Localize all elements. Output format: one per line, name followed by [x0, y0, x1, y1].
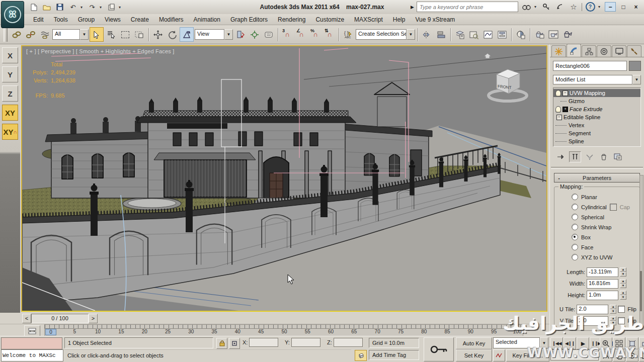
stack-item-gizmo[interactable]: Gizmo — [553, 97, 640, 105]
angle-snap-toggle-button[interactable]: ∠∩ — [295, 28, 308, 41]
tab-display[interactable] — [612, 45, 626, 57]
previous-frame-arrow[interactable]: < — [22, 314, 31, 323]
bind-to-space-warp-button[interactable] — [38, 28, 51, 41]
schematic-view-button[interactable] — [496, 28, 509, 41]
stack-item-vertex[interactable]: Vertex — [553, 121, 640, 129]
minimize-button[interactable]: − — [605, 2, 616, 12]
menu-group[interactable]: Group — [73, 14, 100, 25]
menu-create[interactable]: Create — [126, 14, 154, 25]
radio-face[interactable]: Face — [572, 244, 639, 250]
radio-icon[interactable] — [572, 224, 578, 230]
maxscript-mini-listener-white[interactable]: Welcome to MAXSc — [1, 349, 63, 361]
modifier-list-arrow[interactable]: ▼ — [632, 75, 641, 84]
collapse-icon[interactable]: − — [556, 115, 562, 120]
select-object-button[interactable] — [90, 27, 104, 42]
z-coordinate-field[interactable] — [334, 338, 363, 347]
menu-rendering[interactable]: Rendering — [273, 14, 310, 25]
tab-motion[interactable] — [597, 45, 611, 57]
radio-box[interactable]: Box — [572, 234, 639, 240]
curve-editor-button[interactable] — [481, 28, 495, 41]
radio-icon[interactable] — [572, 244, 578, 250]
search-input[interactable]: Type a keyword or phrase — [417, 2, 518, 12]
make-unique-button[interactable] — [584, 152, 595, 162]
stack-item-face-extrude[interactable]: + Face Extrude — [553, 105, 640, 113]
render-production-button[interactable] — [561, 28, 574, 41]
use-pivot-point-button[interactable] — [234, 28, 247, 41]
search-dropdown-arrow[interactable]: ▾ — [534, 5, 538, 9]
rollout-collapse-icon[interactable]: - — [556, 175, 561, 181]
height-spinner[interactable]: ▲▼ — [620, 291, 626, 300]
application-button[interactable]: ꕤ — [1, 1, 24, 28]
material-editor-button[interactable] — [514, 28, 527, 41]
parameters-rollout-header[interactable]: - Parameters — [554, 173, 640, 183]
restrict-x-button[interactable]: X — [2, 47, 18, 63]
search-binoculars-icon[interactable] — [521, 2, 532, 12]
subscription-key-icon[interactable] — [541, 2, 552, 12]
show-end-result-button[interactable] — [569, 151, 581, 162]
tab-hierarchy[interactable] — [582, 45, 596, 57]
help-dropdown-arrow[interactable]: ▾ — [598, 5, 602, 9]
spinner-snap-toggle-button[interactable]: ⇅∩ — [323, 28, 336, 41]
height-field[interactable]: 1.0m — [587, 291, 618, 300]
menu-maxscript[interactable]: MAXScript — [349, 14, 388, 25]
menu-tools[interactable]: Tools — [49, 14, 73, 25]
object-color-swatch[interactable] — [629, 61, 641, 71]
collapse-icon[interactable]: − — [562, 90, 568, 96]
configure-modifier-sets-button[interactable] — [612, 152, 623, 162]
select-by-name-button[interactable] — [105, 28, 118, 41]
communication-center-icon[interactable] — [554, 2, 566, 12]
panel-scrollbar[interactable] — [639, 175, 643, 327]
width-spinner[interactable]: ▲▼ — [620, 279, 626, 288]
named-selection-set-dropdown[interactable]: Create Selection Se ▼ — [356, 29, 415, 40]
radio-icon[interactable] — [572, 194, 578, 200]
modifier-enable-bulb-icon[interactable] — [555, 90, 561, 97]
isolate-selection-button[interactable] — [355, 350, 367, 361]
select-and-move-button[interactable] — [151, 28, 165, 41]
keyboard-shortcut-override-button[interactable] — [262, 28, 275, 41]
u-flip-checkbox[interactable] — [618, 306, 625, 313]
radio-shrink-wrap[interactable]: Shrink Wrap — [572, 224, 639, 230]
snaps-toggle-3d-button[interactable]: 3∩ — [281, 28, 294, 41]
scene-explorer-button[interactable] — [467, 28, 480, 41]
menu-graph-editors[interactable]: Graph Editors — [225, 14, 273, 25]
auto-key-button[interactable]: Auto Key — [456, 337, 492, 349]
maxscript-mini-listener-pink[interactable] — [1, 337, 62, 349]
toolbar-grip[interactable] — [4, 28, 8, 42]
modifier-list-dropdown[interactable]: Modifier List ▼ — [553, 75, 641, 84]
stack-item-spline[interactable]: Spline — [553, 137, 640, 145]
favorites-star-icon[interactable]: ☆ — [568, 2, 579, 12]
x-coordinate-field[interactable] — [249, 338, 278, 347]
menu-vue-xstream[interactable]: Vue 9 xStream — [410, 14, 460, 25]
help-button[interactable]: ? — [585, 2, 596, 12]
window-crossing-button[interactable] — [133, 28, 146, 41]
reference-coordinate-arrow[interactable]: ▼ — [224, 29, 233, 40]
set-keys-button[interactable] — [424, 337, 454, 361]
radio-cylindrical[interactable]: Cylindrical Cap — [572, 204, 639, 210]
tab-create[interactable] — [551, 45, 566, 57]
radio-icon[interactable] — [572, 254, 578, 260]
open-mini-curve-editor-button[interactable] — [24, 325, 40, 336]
named-selection-set-arrow[interactable]: ▼ — [407, 29, 415, 40]
align-button[interactable] — [435, 28, 448, 41]
reference-coordinate-dropdown[interactable]: View ▼ — [195, 29, 233, 40]
select-and-link-button[interactable] — [10, 28, 23, 41]
selection-filter-arrow[interactable]: ▼ — [80, 29, 89, 40]
radio-planar[interactable]: Planar — [572, 194, 639, 200]
width-field[interactable]: 16.816m — [587, 279, 618, 289]
snaps-use-axis-constraints-button[interactable]: XY∩ — [2, 124, 18, 140]
cap-checkbox[interactable] — [610, 204, 617, 211]
select-and-rotate-button[interactable] — [166, 28, 179, 41]
object-name-field[interactable]: Rectangle006 — [553, 61, 627, 71]
restrict-xy-plane-button[interactable]: XY — [2, 105, 18, 121]
menu-customize[interactable]: Customize — [310, 14, 349, 25]
time-slider-handle[interactable]: 0 / 100 — [31, 314, 89, 323]
selection-lock-button[interactable] — [216, 338, 227, 349]
menu-animation[interactable]: Animation — [189, 14, 225, 25]
percent-snap-toggle-button[interactable]: %∩ — [309, 28, 322, 41]
remove-modifier-button[interactable] — [598, 152, 609, 162]
key-filter-curve-icon[interactable] — [493, 349, 505, 361]
select-and-scale-button[interactable] — [180, 27, 194, 42]
menu-help[interactable]: Help — [388, 14, 411, 25]
radio-icon[interactable] — [572, 214, 578, 220]
select-and-manipulate-button[interactable] — [248, 28, 261, 41]
